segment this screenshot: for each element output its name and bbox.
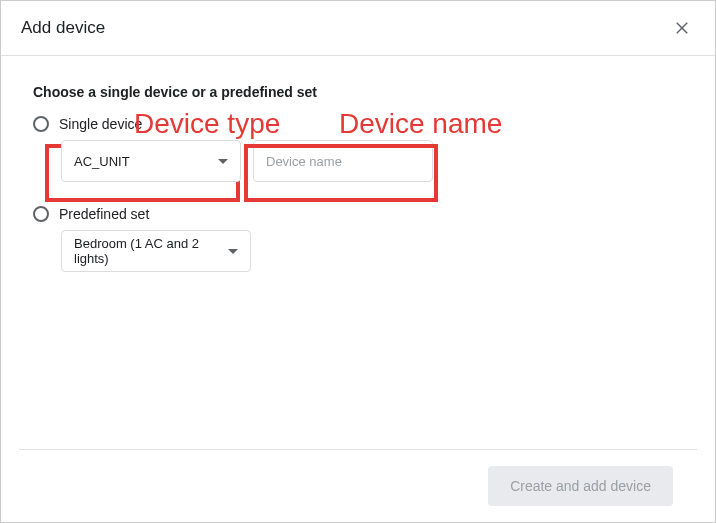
chevron-down-icon — [228, 249, 238, 254]
close-icon — [673, 19, 691, 37]
option-single-device[interactable]: Single device — [33, 116, 683, 132]
create-and-add-button[interactable]: Create and add device — [488, 466, 673, 506]
dialog-header: Add device — [1, 1, 715, 56]
predefined-set-controls: Bedroom (1 AC and 2 lights) — [61, 230, 683, 272]
radio-single-device[interactable] — [33, 116, 49, 132]
chevron-down-icon — [218, 159, 228, 164]
section-heading: Choose a single device or a predefined s… — [33, 84, 683, 100]
device-name-input[interactable] — [253, 140, 433, 182]
radio-predefined-set[interactable] — [33, 206, 49, 222]
option-single-label: Single device — [59, 116, 142, 132]
device-type-value: AC_UNIT — [74, 154, 218, 169]
dialog-body: Choose a single device or a predefined s… — [1, 56, 715, 449]
add-device-dialog: Add device Choose a single device or a p… — [0, 0, 716, 523]
predefined-set-select[interactable]: Bedroom (1 AC and 2 lights) — [61, 230, 251, 272]
option-predefined-label: Predefined set — [59, 206, 149, 222]
dialog-footer: Create and add device — [19, 449, 697, 522]
single-device-controls: AC_UNIT — [61, 140, 683, 182]
predefined-set-value: Bedroom (1 AC and 2 lights) — [74, 236, 228, 266]
dialog-title: Add device — [21, 18, 105, 38]
device-type-select[interactable]: AC_UNIT — [61, 140, 241, 182]
option-predefined-set[interactable]: Predefined set — [33, 206, 683, 222]
close-button[interactable] — [669, 15, 695, 41]
